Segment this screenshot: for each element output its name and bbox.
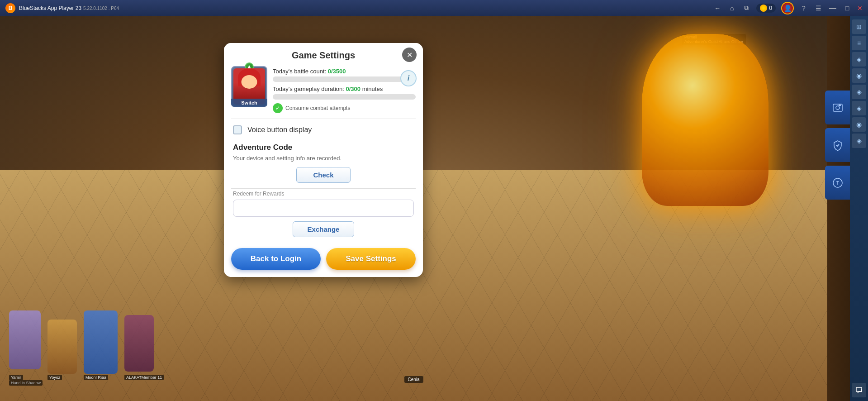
home-button[interactable]: ⌂ xyxy=(727,4,736,13)
app-title: BlueStacks App Player 23 xyxy=(19,5,81,11)
player-name-yoyoz: Yoyoz xyxy=(47,375,62,380)
back-to-login-button[interactable]: Back to Login xyxy=(231,248,321,270)
svg-rect-2 xyxy=(839,105,841,106)
character-2 xyxy=(47,320,77,374)
sidebar-icon-5[interactable]: ◈ xyxy=(852,85,866,99)
back-button[interactable]: ← xyxy=(713,4,722,13)
battle-info: Today's battle count: 0/3500 Today's gam… xyxy=(273,66,416,113)
sidebar-icon-8[interactable]: ◈ xyxy=(852,134,866,148)
gameplay-duration-label: Today's gameplay duration: 0/300 minutes xyxy=(273,86,416,92)
gameplay-text: Today's gameplay duration: xyxy=(273,86,344,92)
consume-combat-text: Consume combat attempts xyxy=(285,105,350,111)
battle-count-label: Today's battle count: 0/3500 xyxy=(273,68,416,75)
character-1 xyxy=(9,310,41,369)
character-4 xyxy=(124,315,154,372)
game-panel-shield[interactable] xyxy=(825,128,850,162)
sidebar-icon-grid[interactable]: ⊞ xyxy=(852,19,866,34)
consume-combat-row: ✓ Consume combat attempts xyxy=(273,103,416,113)
player-name-alakat: ALAKATMember 11 xyxy=(124,375,164,380)
voice-button-section: Voice button display xyxy=(224,119,423,141)
redeem-label: Redeem for Rewards xyxy=(233,191,414,197)
sidebar-icon-menu[interactable]: ≡ xyxy=(852,36,866,50)
check-button[interactable]: Check xyxy=(296,167,350,183)
info-button[interactable]: i xyxy=(400,70,417,86)
consume-check-icon: ✓ xyxy=(273,103,283,113)
coin-counter: 0 xyxy=(756,4,776,13)
avatar-section: Switch Today's battle count: 0/3500 Toda… xyxy=(224,66,423,119)
sidebar-icon-7[interactable]: ◉ xyxy=(852,117,866,132)
battle-count-text: Today's battle count: xyxy=(273,68,326,75)
sidebar-icon-4[interactable]: ◉ xyxy=(852,68,866,83)
battle-progress-bar xyxy=(273,76,416,82)
gameplay-progress-bar xyxy=(273,94,416,100)
voice-toggle-checkbox[interactable] xyxy=(233,125,242,134)
sidebar-icon-6[interactable]: ◈ xyxy=(852,101,866,115)
coin-count: 0 xyxy=(769,5,772,11)
gameplay-suffix: minutes xyxy=(362,86,383,92)
adventure-code-title: Adventure Code xyxy=(233,143,414,152)
title-bar: B BlueStacks App Player 23 5.22.0.1102 .… xyxy=(0,0,868,16)
avatar-switch-label: Switch xyxy=(231,99,267,107)
boss-character xyxy=(642,34,768,206)
menu-button[interactable]: ☰ xyxy=(814,4,823,13)
player-name-moon: Moon! Riaa xyxy=(84,375,108,380)
maximize-button[interactable]: □ xyxy=(843,4,852,13)
avatar-container: Switch xyxy=(231,66,267,107)
title-bar-controls: ← ⌂ ⧉ 0 👤 ? ☰ — □ ✕ xyxy=(713,2,863,14)
dialog-close-button[interactable]: ✕ xyxy=(402,48,417,62)
player-name-yamir: Yamir xyxy=(9,375,23,380)
copy-button[interactable]: ⧉ xyxy=(742,4,751,13)
dialog-title: Game Settings xyxy=(233,50,414,61)
app-logo: B xyxy=(5,3,15,13)
right-sidebar: ⊞ ≡ ◈ ◉ ◈ ◈ ◉ ◈ xyxy=(850,16,868,401)
help-button[interactable]: ? xyxy=(799,4,808,13)
player-title-yamir: Hand in Shadow xyxy=(9,380,43,386)
coin-icon xyxy=(760,5,767,12)
dialog-footer: Back to Login Save Settings xyxy=(224,243,423,277)
svg-text:T: T xyxy=(836,181,839,186)
dialog-header: Game Settings ✕ xyxy=(224,43,423,61)
info-icon: i xyxy=(408,74,409,82)
redeem-input[interactable] xyxy=(233,200,414,217)
svg-point-1 xyxy=(836,106,840,110)
save-settings-button[interactable]: Save Settings xyxy=(326,248,416,270)
app-subtitle: 5.22.0.1102 . P64 xyxy=(83,6,119,11)
cenia-name-tag: Cenia xyxy=(404,376,423,383)
game-panel-photo[interactable] xyxy=(825,91,850,124)
battle-count-value: 0/3500 xyxy=(328,68,346,75)
exchange-button[interactable]: Exchange xyxy=(293,221,355,237)
sidebar-chat-button[interactable] xyxy=(852,383,866,397)
character-3 xyxy=(84,310,118,374)
minimize-button[interactable]: — xyxy=(828,4,837,13)
game-right-panels: T xyxy=(825,91,850,200)
redeem-section: Redeem for Rewards Exchange xyxy=(224,189,423,243)
adventure-code-section: Adventure Code Your device and setting i… xyxy=(224,141,423,188)
voice-button-label: Voice button display xyxy=(247,126,312,134)
game-settings-dialog: Game Settings ✕ Switch Today's battle co xyxy=(224,43,423,277)
window-close-button[interactable]: ✕ xyxy=(857,5,863,12)
game-panel-chat-t[interactable]: T xyxy=(825,166,850,200)
gameplay-value: 0/300 xyxy=(346,86,360,92)
sidebar-icon-3[interactable]: ◈ xyxy=(852,52,866,67)
close-icon: ✕ xyxy=(407,51,413,59)
avatar-face xyxy=(242,75,257,89)
adventure-code-desc: Your device and setting info are recorde… xyxy=(233,155,414,162)
user-avatar[interactable]: 👤 xyxy=(781,2,794,14)
